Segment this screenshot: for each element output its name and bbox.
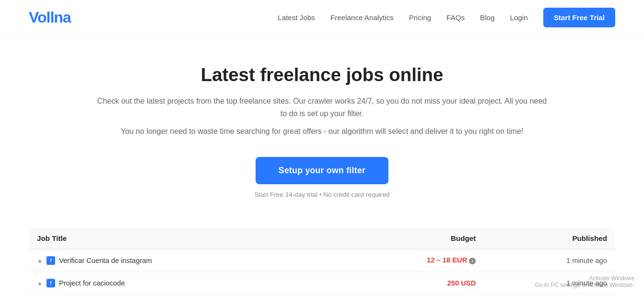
header: Vollna Latest Jobs Freelance Analytics P…	[0, 0, 644, 36]
setup-filter-button[interactable]: Setup your own filter	[256, 157, 388, 184]
table-row: ▲ f Project for Minahil H. -- 2 100 CAD1…	[29, 294, 615, 298]
table-row: ▲ f Project for caciocode 250 USD1 minut…	[29, 272, 615, 294]
job-published: 1 minute ago	[483, 272, 615, 294]
job-published: 1 minute ago	[483, 249, 615, 272]
col-header-published: Published	[483, 227, 615, 249]
main-nav: Latest Jobs Freelance Analytics Pricing …	[278, 8, 615, 27]
jobs-table: Job Title Budget Published ▲ f Verificar…	[29, 227, 615, 298]
col-header-budget: Budget	[333, 227, 483, 249]
budget-value: 12 – 18 EUR	[427, 256, 467, 264]
table-row: ▲ f Verificar Cuenta de instagram 12 – 1…	[29, 249, 615, 272]
col-header-job-title: Job Title	[29, 227, 334, 249]
trial-note: Start Free 14-day trial • No credit card…	[96, 191, 548, 198]
job-title[interactable]: Verificar Cuenta de instagram	[59, 257, 152, 264]
nav-blog[interactable]: Blog	[480, 13, 494, 22]
job-budget: 250 USD	[333, 272, 483, 294]
logo: Vollna	[29, 9, 71, 26]
nav-latest-jobs[interactable]: Latest Jobs	[278, 13, 315, 22]
row-expand-chevron[interactable]: ▲	[37, 257, 43, 264]
job-published: 1 minute ago	[483, 294, 615, 298]
info-icon[interactable]: i	[469, 258, 476, 264]
nav-freelance-analytics[interactable]: Freelance Analytics	[330, 13, 394, 22]
job-budget: 12 – 18 EURi	[333, 249, 483, 272]
source-icon: f	[47, 279, 55, 287]
start-free-trial-button[interactable]: Start Free Trial	[543, 8, 615, 27]
nav-faqs[interactable]: FAQs	[446, 13, 465, 22]
table-header: Job Title Budget Published	[29, 227, 615, 249]
budget-value: 250 USD	[447, 279, 476, 287]
hero-section: Latest freelance jobs online Check out t…	[0, 36, 644, 217]
hero-title: Latest freelance jobs online	[96, 64, 548, 85]
job-budget: 100 CAD	[333, 294, 483, 298]
nav-pricing[interactable]: Pricing	[409, 13, 431, 22]
table-body: ▲ f Verificar Cuenta de instagram 12 – 1…	[29, 249, 615, 298]
jobs-table-section: Job Title Budget Published ▲ f Verificar…	[0, 217, 644, 298]
nav-login[interactable]: Login	[510, 13, 527, 22]
source-icon: f	[47, 256, 55, 265]
row-expand-chevron[interactable]: ▲	[37, 280, 43, 286]
hero-description-1: Check out the latest projects from the t…	[96, 95, 548, 119]
job-title[interactable]: Project for caciocode	[59, 279, 125, 287]
hero-description-2: You no longer need to waste time searchi…	[96, 125, 548, 138]
